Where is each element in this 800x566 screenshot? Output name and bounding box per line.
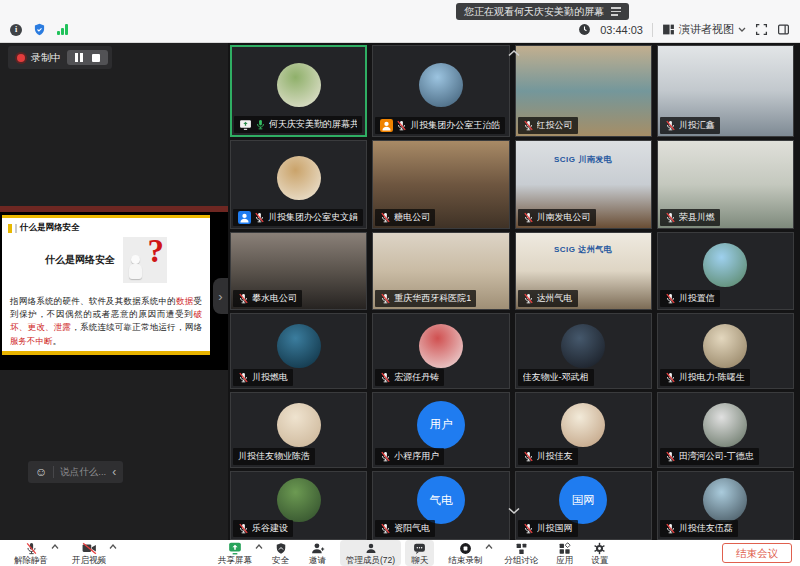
participant-tile[interactable]: 田湾河公司-丁德忠 — [657, 392, 794, 468]
participant-name: 川投佳友物业陈浩 — [238, 450, 310, 463]
participant-tile[interactable]: 攀水电公司 — [230, 232, 367, 310]
participant-name-bar: 川投集团办公室王治皓 — [375, 117, 505, 134]
mic-icon — [665, 523, 676, 534]
grid-scroll-down-icon[interactable] — [507, 501, 521, 519]
security-button[interactable]: 安全 — [266, 540, 295, 566]
room-banner-text: SCIG 达州气电 — [516, 244, 651, 255]
slide-title: 什么是网络安全 — [45, 253, 115, 267]
stop-recording-icon[interactable] — [92, 54, 100, 62]
pause-recording-icon[interactable] — [75, 53, 83, 62]
fullscreen-icon[interactable] — [755, 23, 768, 36]
end-meeting-button[interactable]: 结束会议 — [722, 543, 792, 564]
participant-name-bar: 何天庆安美勤的屏幕共享 — [234, 116, 362, 133]
participant-name-bar: 宏源任丹铸 — [375, 369, 444, 386]
banner-menu-icon[interactable] — [611, 7, 621, 16]
participant-name-bar: 小程序用户 — [375, 448, 444, 465]
participant-avatar — [277, 403, 321, 447]
participant-tile[interactable]: 糖电公司 — [372, 140, 509, 229]
participant-tile[interactable]: 川投佳友物业陈浩 — [230, 392, 367, 468]
participant-tile[interactable]: 佳友物业-邓武相 — [515, 313, 652, 389]
gear-icon — [593, 542, 606, 555]
mic-icon — [665, 451, 676, 462]
participant-tile[interactable]: 宏源任丹铸 — [372, 313, 509, 389]
watching-banner-text: 您正在观看何天庆安美勤的屏幕 — [464, 5, 604, 19]
grid-scroll-up-icon[interactable] — [507, 43, 521, 61]
manage-members-button[interactable]: 管理成员(72) — [340, 540, 401, 566]
invite-button[interactable]: 邀请 — [303, 540, 332, 566]
participant-tile[interactable]: 重庆华西牙科医院1 — [372, 232, 509, 310]
chevron-up-icon[interactable] — [485, 544, 493, 549]
participant-tile[interactable]: 川投置信 — [657, 232, 794, 310]
chevron-up-icon[interactable] — [51, 544, 59, 549]
participant-name: 川投佳友 — [537, 450, 573, 463]
participant-name: 达州气电 — [537, 292, 573, 305]
participant-name: 川投电力-陈曙生 — [679, 371, 745, 384]
mic-icon — [380, 451, 391, 462]
participant-tile[interactable]: 荣县川燃 — [657, 140, 794, 229]
stop-record-button[interactable]: 结束录制 — [442, 540, 488, 566]
participant-name: 川投汇鑫 — [679, 119, 715, 132]
settings-button[interactable]: 设置 — [585, 540, 614, 566]
participant-name: 荣县川燃 — [679, 211, 715, 224]
start-video-button[interactable]: 开启视频 — [66, 540, 112, 566]
participant-name-bar: 川投佳友物业陈浩 — [233, 448, 315, 465]
participant-name-bar: 糖电公司 — [375, 209, 435, 226]
participant-tile[interactable]: 用户 小程序用户 — [372, 392, 509, 468]
mic-icon — [523, 293, 534, 304]
apps-button[interactable]: 应用 — [550, 540, 579, 566]
participant-tile[interactable]: 川投集团办公室史文娟 — [230, 140, 367, 229]
participant-name: 田湾河公司-丁德忠 — [679, 450, 754, 463]
room-banner-text: SCIG 川南发电 — [516, 154, 651, 165]
breakout-button[interactable]: 分组讨论 — [498, 540, 544, 566]
share-screen-icon — [228, 542, 242, 555]
chevron-up-icon[interactable] — [255, 544, 263, 549]
layout-icon — [662, 23, 675, 36]
participant-tile[interactable]: 乐谷建设 — [230, 471, 367, 540]
participant-tile[interactable]: 川投佳友 — [515, 392, 652, 468]
unmute-button[interactable]: 解除静音 — [8, 540, 54, 566]
participant-tile[interactable]: 川投汇鑫 — [657, 45, 794, 137]
participant-avatar — [277, 156, 321, 200]
participant-name: 佳友物业-邓武相 — [523, 371, 589, 384]
side-panel-icon[interactable] — [777, 23, 790, 36]
members-icon — [365, 542, 377, 555]
slide-top-strip — [0, 206, 228, 212]
chat-collapse-icon[interactable]: ‹ — [112, 466, 116, 478]
view-mode-button[interactable]: 演讲者视图 — [662, 22, 746, 37]
participant-tile[interactable]: 川投集团办公室王治皓 — [372, 45, 509, 137]
collapse-panel-handle[interactable]: › — [213, 278, 228, 314]
participant-avatar — [277, 63, 321, 107]
participant-tile[interactable]: 红投公司 — [515, 45, 652, 137]
chat-input-pill[interactable]: ☺ 说点什么... ‹ — [28, 461, 123, 483]
participant-tile[interactable]: SCIG 川南发电 川南发电公司 — [515, 140, 652, 229]
chat-input-placeholder[interactable]: 说点什么... — [60, 466, 106, 479]
slide-header: 什么是网络安全 — [20, 222, 80, 234]
info-icon[interactable]: i — [10, 24, 22, 36]
participant-tile[interactable]: 气电 资阳气电 — [372, 471, 509, 540]
participant-name: 资阳气电 — [394, 522, 430, 535]
participant-tile[interactable]: 何天庆安美勤的屏幕共享 — [230, 45, 367, 137]
participant-tile[interactable]: 川投佳友伍磊 — [657, 471, 794, 540]
slide-bullet — [15, 224, 17, 233]
emoji-icon[interactable]: ☺ — [35, 466, 47, 478]
participant-tile[interactable]: SCIG 达州气电 达州气电 — [515, 232, 652, 310]
chat-bubble-icon — [413, 542, 426, 555]
share-screen-button[interactable]: 共享屏幕 — [212, 540, 258, 566]
chevron-up-icon[interactable] — [109, 544, 117, 549]
network-signal-icon[interactable] — [57, 24, 68, 35]
mic-icon — [254, 212, 265, 223]
participant-tile[interactable]: 国网 川投国网 — [515, 471, 652, 540]
recording-dot-icon — [17, 54, 25, 62]
participant-avatar — [419, 324, 463, 368]
chat-button[interactable]: 聊天 — [405, 540, 434, 566]
mic-icon — [396, 120, 407, 131]
participant-tile[interactable]: 川投燃电 — [230, 313, 367, 389]
participant-tile[interactable]: 川投电力-陈曙生 — [657, 313, 794, 389]
mic-icon — [238, 372, 249, 383]
invite-person-icon — [311, 542, 325, 555]
shield-icon[interactable] — [33, 23, 46, 36]
participant-name-bar: 川投集团办公室史文娟 — [233, 209, 363, 226]
participant-name: 小程序用户 — [394, 450, 439, 463]
participant-avatar — [277, 324, 321, 368]
participant-name-bar: 资阳气电 — [375, 520, 435, 537]
